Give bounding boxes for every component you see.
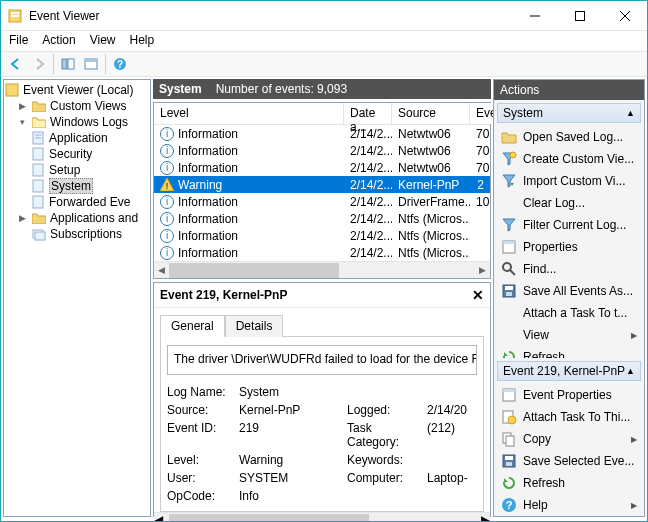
tree-custom-views[interactable]: ▶ Custom Views (17, 98, 150, 114)
grid-body[interactable]: iInformation2/14/2...Netwtw0670iInformat… (154, 125, 490, 261)
actions-section-system[interactable]: System ▲ (497, 103, 641, 123)
svg-rect-43 (506, 462, 512, 466)
svg-rect-27 (503, 241, 515, 244)
tree-application[interactable]: Application (30, 130, 150, 146)
svg-rect-32 (506, 292, 512, 296)
preview-close-button[interactable]: ✕ (472, 287, 484, 303)
tree-system[interactable]: System (30, 178, 150, 194)
collapse-icon[interactable]: ▾ (17, 117, 28, 127)
action-import-custom-vi[interactable]: Import Custom Vi... (496, 170, 642, 192)
action-help[interactable]: ?Help▶ (496, 494, 642, 516)
scroll-right-icon[interactable]: ▶ (481, 513, 490, 522)
action-properties[interactable]: Properties (496, 236, 642, 258)
action-copy[interactable]: Copy▶ (496, 428, 642, 450)
folder-icon (501, 129, 517, 145)
svg-rect-17 (33, 148, 43, 160)
navigation-tree[interactable]: Event Viewer (Local) ▶ Custom Views ▾ Wi… (3, 79, 151, 517)
label-user: User: (167, 471, 239, 485)
tree-root[interactable]: Event Viewer (Local) (4, 82, 150, 98)
action-attach-task-to-thi[interactable]: Attach Task To Thi... (496, 406, 642, 428)
table-row[interactable]: iInformation2/14/2...Netwtw0670 (154, 125, 490, 142)
action-label: Clear Log... (523, 196, 585, 210)
props-icon (501, 239, 517, 255)
preview-hscroll[interactable]: ◀ ▶ (154, 512, 490, 522)
col-source[interactable]: Source (392, 103, 470, 124)
action-open-saved-log[interactable]: Open Saved Log... (496, 126, 642, 148)
grid-header[interactable]: Level Date a... Source Even... (154, 103, 490, 125)
table-row[interactable]: iInformation2/14/2...Netwtw0670 (154, 159, 490, 176)
forward-button[interactable] (28, 53, 50, 75)
scroll-left-icon[interactable]: ◀ (154, 265, 169, 275)
event-grid[interactable]: Level Date a... Source Even... iInformat… (153, 102, 491, 279)
scroll-left-icon[interactable]: ◀ (154, 513, 163, 522)
refresh-icon (501, 349, 517, 358)
minimize-button[interactable] (512, 1, 557, 30)
row-level: Information (178, 195, 238, 209)
scroll-right-icon[interactable]: ▶ (475, 265, 490, 275)
svg-rect-13 (6, 84, 18, 96)
collapse-icon[interactable]: ▲ (626, 366, 635, 376)
action-view[interactable]: View▶ (496, 324, 642, 346)
close-button[interactable] (602, 1, 647, 30)
action-clear-log[interactable]: Clear Log... (496, 192, 642, 214)
tab-details[interactable]: Details (225, 315, 284, 337)
maximize-button[interactable] (557, 1, 602, 30)
submenu-icon: ▶ (631, 331, 637, 340)
grid-hscroll[interactable]: ◀ ▶ (154, 261, 490, 278)
tree-subscriptions[interactable]: ▶ Subscriptions (17, 226, 150, 242)
expand-icon[interactable]: ▶ (17, 213, 28, 223)
actions-section-event[interactable]: Event 219, Kernel-PnP ▲ (497, 361, 641, 381)
tree-windows-logs[interactable]: ▾ Windows Logs (17, 114, 150, 130)
actions-pane: Actions System ▲ Open Saved Log...Create… (493, 79, 645, 517)
filter-button[interactable] (80, 53, 102, 75)
table-row[interactable]: iInformation2/14/2...Ntfs (Micros... (154, 210, 490, 227)
information-icon: i (160, 246, 174, 260)
svg-text:?: ? (117, 59, 123, 70)
tree-setup[interactable]: Setup (30, 162, 150, 178)
table-row[interactable]: iInformation2/14/2...Ntfs (Micros... (154, 244, 490, 261)
menu-view[interactable]: View (90, 33, 116, 49)
tree-security[interactable]: Security (30, 146, 150, 162)
action-filter-current-log[interactable]: Filter Current Log... (496, 214, 642, 236)
scroll-thumb[interactable] (169, 263, 339, 278)
menu-help[interactable]: Help (130, 33, 155, 49)
action-label: Save Selected Eve... (523, 454, 634, 468)
action-attach-a-task-to-t[interactable]: Attach a Task To t... (496, 302, 642, 324)
tab-general[interactable]: General (160, 315, 225, 337)
action-find[interactable]: Find... (496, 258, 642, 280)
submenu-icon: ▶ (631, 501, 637, 510)
expand-icon[interactable]: ▶ (17, 101, 28, 111)
folder-icon (31, 210, 47, 226)
action-create-custom-vie[interactable]: Create Custom Vie... (496, 148, 642, 170)
row-level: Information (178, 229, 238, 243)
table-row[interactable]: !Warning2/14/2...Kernel-PnP2 (154, 176, 490, 193)
subscriptions-icon (31, 226, 47, 242)
warning-icon: ! (160, 178, 174, 191)
help-button[interactable]: ? (109, 53, 131, 75)
row-event: 101 (470, 195, 490, 209)
col-date[interactable]: Date a... (344, 103, 392, 124)
menu-file[interactable]: File (9, 33, 28, 49)
action-save-selected-eve[interactable]: Save Selected Eve... (496, 450, 642, 472)
table-row[interactable]: iInformation2/14/2...Netwtw0670 (154, 142, 490, 159)
show-hide-tree-button[interactable] (57, 53, 79, 75)
action-save-all-events-as[interactable]: Save All Events As... (496, 280, 642, 302)
action-event-properties[interactable]: Event Properties (496, 384, 642, 406)
menu-action[interactable]: Action (42, 33, 75, 49)
action-refresh[interactable]: Refresh (496, 472, 642, 494)
action-refresh[interactable]: Refresh (496, 346, 642, 358)
action-label: Filter Current Log... (523, 218, 626, 232)
col-level[interactable]: Level (154, 103, 344, 124)
tree-forwarded[interactable]: Forwarded Eve (30, 194, 150, 210)
collapse-icon[interactable]: ▲ (626, 108, 635, 118)
table-row[interactable]: iInformation2/14/2...DriverFrame...101 (154, 193, 490, 210)
scroll-thumb[interactable] (169, 514, 369, 522)
back-button[interactable] (5, 53, 27, 75)
row-source: Netwtw06 (392, 161, 470, 175)
folder-icon (31, 98, 47, 114)
tree-apps-services[interactable]: ▶ Applications and (17, 210, 150, 226)
label-task: Task Category: (347, 421, 427, 449)
table-row[interactable]: iInformation2/14/2...Ntfs (Micros... (154, 227, 490, 244)
window-title: Event Viewer (29, 9, 512, 23)
copy-icon (501, 431, 517, 447)
